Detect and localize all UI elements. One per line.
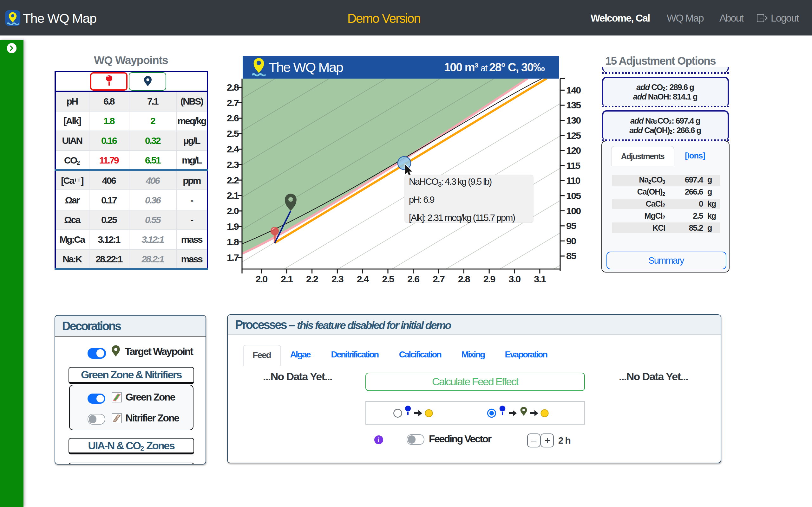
svg-text:2.7: 2.7 [227,97,239,108]
svg-text:2.3: 2.3 [227,159,239,170]
svg-text:2.2: 2.2 [227,175,239,185]
svg-text:pH: 6.9: pH: 6.9 [409,194,434,205]
svg-text:The WQ Map: The WQ Map [269,60,343,75]
svg-text:95: 95 [566,220,576,231]
svg-text:1.9: 1.9 [227,221,239,232]
svg-text:2.5: 2.5 [382,274,395,284]
svg-text:2.4: 2.4 [357,274,369,284]
svg-text:2.7: 2.7 [433,274,445,284]
svg-text:2.8: 2.8 [227,82,239,93]
svg-text:110: 110 [566,175,580,186]
svg-text:115: 115 [566,160,581,171]
svg-text:2.0: 2.0 [227,205,239,216]
svg-text:100: 100 [566,205,581,216]
svg-text:105: 105 [566,190,581,201]
svg-text:135: 135 [566,100,581,110]
svg-text:120: 120 [566,145,581,156]
svg-text:2.3: 2.3 [332,274,344,284]
svg-text:2.8: 2.8 [458,274,470,284]
svg-text:3.0: 3.0 [509,274,521,284]
svg-text:2.1: 2.1 [281,274,293,284]
svg-text:2.6: 2.6 [227,112,239,123]
svg-text:100 m³ at 28° C, 30‰: 100 m³ at 28° C, 30‰ [444,61,545,74]
svg-text:125: 125 [566,130,581,141]
svg-text:2.4: 2.4 [227,144,239,154]
svg-text:2.2: 2.2 [306,274,318,284]
svg-text:85: 85 [566,250,576,261]
svg-text:NaHCO3: 4.3 kg (9.5 lb): NaHCO3: 4.3 kg (9.5 lb) [409,176,492,188]
svg-text:2.6: 2.6 [407,274,419,284]
svg-text:1.8: 1.8 [227,236,239,247]
svg-text:140: 140 [566,84,581,95]
svg-text:130: 130 [566,115,581,125]
svg-text:90: 90 [566,235,576,246]
svg-text:3.1: 3.1 [534,274,546,284]
svg-text:2.9: 2.9 [484,274,496,284]
svg-text:[Alk]: 2.31 meq/kg (115.7 ppm): [Alk]: 2.31 meq/kg (115.7 ppm) [409,213,515,223]
svg-text:1.7: 1.7 [227,252,239,263]
svg-text:2.1: 2.1 [227,190,239,201]
svg-text:2.0: 2.0 [256,274,268,284]
svg-text:2.5: 2.5 [227,128,239,139]
